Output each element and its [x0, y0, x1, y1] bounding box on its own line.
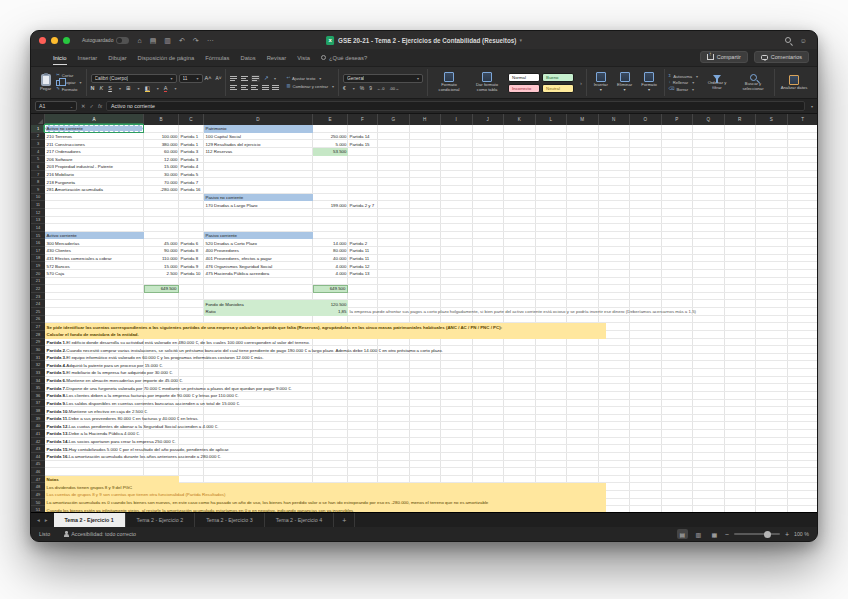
print-icon[interactable]: ▥ — [164, 37, 171, 44]
cell-b22[interactable]: 649.500 — [144, 285, 179, 293]
font-color-icon[interactable]: A — [164, 85, 168, 92]
styles-scroll-icon[interactable]: › — [580, 80, 582, 86]
text-row-47[interactable]: Notas — [45, 476, 795, 484]
cell-style-incorrecto[interactable]: Incorrecto — [508, 84, 540, 93]
row-header-49[interactable]: 49 — [31, 491, 45, 499]
text-row-36[interactable]: Partida 8. Los clientes deben a la empre… — [45, 392, 795, 400]
cell-c18[interactable]: Partida 8 — [179, 255, 204, 263]
clear-button[interactable]: ⌫Borrar ▾ — [669, 87, 698, 92]
cell-a5[interactable]: 206 Software — [45, 156, 144, 164]
orientation-icon[interactable]: ↗ — [264, 76, 269, 82]
autosum-button[interactable]: ΣAutosuma ▾ — [669, 74, 698, 79]
text-row-37[interactable]: Partida 9. Los saldos disponibles en cue… — [45, 400, 795, 408]
cell-a8[interactable]: 218 Furgoneta — [45, 178, 144, 186]
sheet-tab-tema-2-ejercicio-4[interactable]: Tema 2 - Ejercicio 4 — [265, 513, 335, 527]
cell-a3[interactable]: 211 Construcciones — [45, 140, 144, 148]
text-row-51[interactable]: Cuando los bienes estén ya infinitamente… — [45, 506, 795, 512]
row-header-7[interactable]: 7 — [31, 171, 45, 179]
row-header-22[interactable]: 22 — [31, 285, 45, 293]
cell-a20[interactable]: 570 Caja — [45, 270, 144, 278]
row-header-23[interactable]: 23 — [31, 293, 45, 301]
column-header-c[interactable]: C — [179, 114, 204, 125]
row-header-25[interactable]: 25 — [31, 308, 45, 316]
align-center-icon[interactable] — [241, 85, 248, 90]
cell-c20[interactable]: Partida 10 — [179, 270, 204, 278]
row-header-37[interactable]: 37 — [31, 400, 45, 408]
text-row-28[interactable]: Calcular el fondo de maniobra de la enti… — [45, 331, 795, 339]
paste-button[interactable]: Pegar — [39, 74, 52, 92]
ribbon-tab-insertar[interactable]: Insertar — [78, 51, 98, 64]
cell-e4[interactable]: 53.500 — [313, 148, 348, 156]
column-header-d[interactable]: D — [204, 114, 313, 125]
cell-c6[interactable]: Partida 4 — [179, 163, 204, 171]
tab-help[interactable]: ¿Qué deseas? — [321, 55, 367, 61]
delete-cells-button[interactable]: Eliminar ▾ — [614, 72, 634, 93]
italic-button[interactable]: K — [100, 85, 104, 91]
page-break-view-icon[interactable]: ▦ — [709, 529, 720, 539]
cell-b8[interactable]: 70.000 — [144, 178, 179, 186]
cell-e25[interactable]: 1,85 — [313, 308, 348, 316]
row-header-32[interactable]: 32 — [31, 361, 45, 369]
search-icon[interactable] — [785, 37, 791, 43]
cell-f17[interactable]: Partida 11 — [348, 247, 378, 255]
decrease-font-icon[interactable]: A˅ — [215, 76, 221, 81]
ribbon-tab-f-rmulas[interactable]: Fórmulas — [205, 51, 229, 64]
cell-f11[interactable]: Partida 2 y 7 — [348, 201, 378, 209]
text-row-35[interactable]: Partida 7. Dispone de una furgoneta valo… — [45, 384, 795, 392]
zoom-knob[interactable] — [764, 531, 771, 538]
cell-e3[interactable]: 5.000 — [313, 140, 348, 148]
format-as-table-button[interactable]: Dar formato como tabla — [470, 72, 504, 93]
formula-expand-icon[interactable]: ▾ — [811, 104, 813, 109]
text-row-32[interactable]: Partida 4. Adquirió la patente para un p… — [45, 361, 795, 369]
cell-d20[interactable]: 475 Hacienda Pública acreedora — [204, 270, 313, 278]
column-header-j[interactable]: J — [473, 114, 505, 125]
autosave-toggle[interactable] — [116, 37, 129, 44]
row-header-19[interactable]: 19 — [31, 262, 45, 270]
analyze-data-button[interactable]: Analizar datos — [779, 75, 809, 91]
cell-d16[interactable]: 520 Deudas a Corto Plazo — [204, 239, 313, 247]
share-button[interactable]: Compartir — [700, 51, 748, 63]
borders-icon[interactable]: ⊞ — [126, 85, 131, 91]
cell-b16[interactable]: 45.000 — [144, 239, 179, 247]
text-row-27[interactable]: Se pide identificar las cuentas correspo… — [45, 323, 795, 331]
cell-c9[interactable]: Partida 16 — [179, 186, 204, 194]
formula-input[interactable]: Activo no corriente — [106, 101, 805, 111]
cell-c19[interactable]: Partida 9 — [179, 262, 204, 270]
cell-a19[interactable]: 572 Bancos — [45, 262, 144, 270]
column-header-n[interactable]: N — [599, 114, 631, 125]
column-header-a[interactable]: A — [45, 114, 144, 125]
row-header-30[interactable]: 30 — [31, 346, 45, 354]
cell-a17[interactable]: 430 Clientes — [45, 247, 144, 255]
row-header-18[interactable]: 18 — [31, 255, 45, 263]
row-header-1[interactable]: 1 — [31, 125, 45, 133]
zoom-in-icon[interactable]: + — [785, 531, 789, 538]
column-header-b[interactable]: B — [144, 114, 179, 125]
column-header-p[interactable]: P — [662, 114, 694, 125]
row-header-24[interactable]: 24 — [31, 300, 45, 308]
cell-a7[interactable]: 216 Mobiliario — [45, 171, 144, 179]
column-header-i[interactable]: I — [441, 114, 473, 125]
row-header-28[interactable]: 28 — [31, 331, 45, 339]
cell-f20[interactable]: Partida 13 — [348, 270, 378, 278]
cell-grid[interactable]: Activo no corrientePatrimonio210 Terreno… — [45, 125, 817, 512]
text-row-30[interactable]: Partida 2. Cuando necesitó comprar varia… — [45, 346, 795, 354]
find-select-button[interactable]: Buscar y seleccionar — [736, 74, 770, 92]
save-icon[interactable]: ▤ — [150, 37, 157, 44]
row-header-29[interactable]: 29 — [31, 339, 45, 347]
accessibility-status[interactable]: Accesibilidad: todo correcto — [71, 531, 136, 537]
cell-a4[interactable]: 217 Ordenadores — [45, 148, 144, 156]
column-header-e[interactable]: E — [313, 114, 348, 125]
row-header-2[interactable]: 2 — [31, 133, 45, 141]
cell-e20[interactable]: 4.000 — [313, 270, 348, 278]
row-header-8[interactable]: 8 — [31, 178, 45, 186]
cell-b20[interactable]: 2.500 — [144, 270, 179, 278]
indent-increase-icon[interactable] — [272, 85, 279, 90]
cell-b9[interactable]: -280.000 — [144, 186, 179, 194]
row-header-39[interactable]: 39 — [31, 415, 45, 423]
align-middle-icon[interactable] — [241, 76, 248, 81]
row-header-9[interactable]: 9 — [31, 186, 45, 194]
sheet-tab-tema-2-ejercicio-2[interactable]: Tema 2 - Ejercicio 2 — [126, 513, 196, 527]
align-left-icon[interactable] — [230, 85, 237, 90]
cell-f2[interactable]: Partida 14 — [348, 133, 378, 141]
column-header-h[interactable]: H — [410, 114, 442, 125]
